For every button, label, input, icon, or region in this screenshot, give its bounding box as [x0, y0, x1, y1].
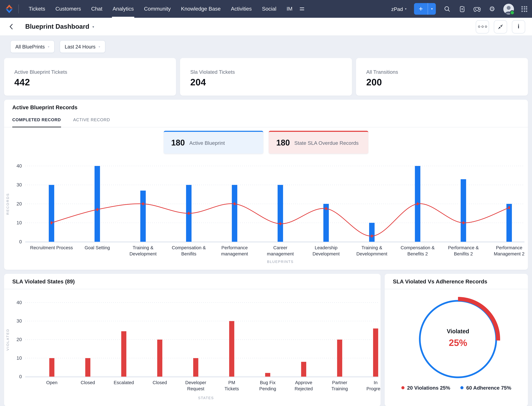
- svg-text:Careermanagement: Careermanagement: [267, 245, 294, 256]
- tab-active-record[interactable]: ACTIVE RECORD: [73, 117, 110, 127]
- nav-item-analytics[interactable]: Analytics: [113, 0, 134, 18]
- stat-label: State SLA Overdue Records: [294, 140, 358, 146]
- app-launcher-icon[interactable]: [521, 6, 527, 12]
- kpi-value: 204: [190, 77, 342, 88]
- department-label: zPad: [391, 6, 403, 12]
- states-panel-title: SLA Violated States (89): [4, 274, 381, 289]
- filter-label: Last 24 Hours: [65, 44, 96, 49]
- records-tabs: COMPLETED RECORDACTIVE RECORD: [4, 117, 528, 127]
- svg-text:30: 30: [16, 182, 22, 188]
- svg-text:25%: 25%: [449, 338, 467, 348]
- back-button[interactable]: [9, 23, 16, 30]
- tab-completed-record[interactable]: COMPLETED RECORD: [12, 117, 61, 127]
- svg-text:ApproveRejected: ApproveRejected: [295, 380, 313, 391]
- svg-text:0: 0: [19, 239, 22, 244]
- legend-item-20-violations-25[interactable]: 20 Violations 25%: [401, 385, 450, 391]
- violated-vs-adherence-donut[interactable]: Violated25%: [385, 289, 528, 384]
- legend-item-60-adherence-75[interactable]: 60 Adherence 75%: [461, 385, 511, 391]
- filter-bar: All BluePrints▾Last 24 Hours▾: [0, 36, 532, 57]
- svg-text:Violated: Violated: [447, 328, 469, 334]
- svg-text:BLUEPRINTS: BLUEPRINTS: [267, 260, 294, 264]
- app-root: TicketsCustomersChatAnalyticsCommunityKn…: [0, 0, 532, 406]
- nav-item-knowledge-base[interactable]: Knowledge Base: [181, 0, 221, 18]
- plus-icon[interactable]: +: [414, 3, 428, 15]
- nav-divider: [18, 4, 19, 13]
- nav-item-activities[interactable]: Activities: [231, 0, 252, 18]
- stat-label: Active Blueprint: [189, 140, 225, 146]
- kpi-card-active-blueprint-tickets[interactable]: Active Blueprint Tickets442: [4, 58, 176, 96]
- nav-item-tickets[interactable]: Tickets: [29, 0, 45, 18]
- svg-text:20: 20: [16, 337, 22, 342]
- filter-all-blueprints[interactable]: All BluePrints▾: [10, 40, 55, 53]
- search-icon[interactable]: [443, 5, 451, 13]
- nav-item-community[interactable]: Community: [144, 0, 171, 18]
- svg-text:Recruitment Process: Recruitment Process: [30, 245, 73, 250]
- svg-text:40: 40: [16, 300, 22, 305]
- user-avatar[interactable]: [503, 4, 514, 14]
- donut-legend: 20 Violations 25%60 Adherence 75%: [385, 385, 528, 391]
- svg-text:Compensation &Benifits: Compensation &Benifits: [172, 245, 206, 256]
- svg-text:Training &Developmment: Training &Developmment: [356, 245, 387, 256]
- gamescope-icon[interactable]: [473, 5, 481, 13]
- app-logo-icon[interactable]: [5, 4, 14, 14]
- kpi-value: 200: [366, 77, 518, 88]
- kpi-card-all-transitions[interactable]: All Transitions200: [356, 58, 528, 96]
- kpi-label: All Transitions: [366, 69, 518, 75]
- chevron-down-icon: ▾: [48, 45, 49, 48]
- more-options-button[interactable]: [476, 20, 489, 33]
- department-selector[interactable]: zPad ▾: [391, 6, 406, 12]
- stat-box-state-sla-overdue-records[interactable]: 180State SLA Overdue Records: [269, 131, 368, 154]
- nav-item-customers[interactable]: Customers: [56, 0, 81, 18]
- sla-violated-states-panel: SLA Violated States (89) 010203040VIOLAT…: [4, 274, 381, 406]
- records-panel-title: Active Blueprint Records: [4, 100, 528, 111]
- svg-text:VIOLATED: VIOLATED: [6, 328, 10, 351]
- page-title: Blueprint Dashboard: [25, 23, 89, 30]
- kpi-label: Sla Violated Tickets: [190, 69, 342, 75]
- svg-text:Performancemanagement: Performancemanagement: [221, 245, 248, 256]
- add-record-button[interactable]: + ▾: [414, 3, 436, 15]
- svg-text:PartnerTraining: PartnerTraining: [331, 380, 348, 391]
- nav-item-im[interactable]: IM: [287, 0, 293, 18]
- filter-last-24-hours[interactable]: Last 24 Hours▾: [60, 40, 105, 53]
- nav-item-chat[interactable]: Chat: [91, 0, 102, 18]
- bottom-row: SLA Violated States (89) 010203040VIOLAT…: [4, 274, 528, 406]
- settings-gear-icon[interactable]: ⚙: [488, 5, 496, 13]
- svg-text:Bug FixPending: Bug FixPending: [259, 380, 276, 391]
- svg-text:LeadershipDevelopment: LeadershipDevelopment: [313, 245, 340, 256]
- violated-vs-adherence-panel: SLA Violated Vs Adherence Records Violat…: [385, 274, 528, 406]
- filter-label: All BluePrints: [15, 44, 45, 49]
- kpi-label: Active Blueprint Tickets: [14, 69, 166, 75]
- nav-item-social[interactable]: Social: [262, 0, 276, 18]
- nav-menu: TicketsCustomersChatAnalyticsCommunityKn…: [23, 0, 298, 18]
- svg-text:PMTickets: PMTickets: [224, 380, 239, 391]
- sla-violated-states-chart[interactable]: 010203040VIOLATEDOpenClosedEscalatedClos…: [4, 291, 381, 404]
- info-button[interactable]: i: [512, 20, 525, 33]
- chevron-down-icon: ▾: [405, 7, 406, 11]
- kpi-row: Active Blueprint Tickets442Sla Violated …: [4, 58, 528, 96]
- stat-box-active-blueprint[interactable]: 180Active Blueprint: [164, 131, 263, 154]
- legend-dot-icon: [461, 386, 463, 389]
- svg-text:STATES: STATES: [198, 396, 214, 400]
- chevron-down-icon: ▾: [98, 45, 100, 48]
- legend-text: 20 Violations 25%: [407, 385, 450, 391]
- records-panel: Active Blueprint Records COMPLETED RECOR…: [4, 100, 528, 270]
- svg-text:Open: Open: [46, 380, 57, 385]
- svg-text:RECORDS: RECORDS: [6, 193, 10, 215]
- nav-right: zPad ▾ + ▾: [391, 3, 527, 15]
- legend-text: 60 Adherence 75%: [466, 385, 511, 391]
- legend-dot-icon: [401, 386, 404, 389]
- title-dropdown-icon[interactable]: ▾: [92, 25, 94, 29]
- more-menus-icon[interactable]: [300, 7, 304, 10]
- blueprint-records-chart[interactable]: 010203040RECORDSRecruitment ProcessGoal …: [4, 160, 528, 267]
- collapse-button[interactable]: [494, 20, 507, 33]
- svg-text:Training &Development: Training &Development: [129, 245, 157, 256]
- online-status-dot: [510, 10, 515, 15]
- svg-text:20: 20: [16, 201, 22, 206]
- svg-text:InProgress: InProgress: [366, 380, 381, 391]
- svg-text:DeveloperRequest: DeveloperRequest: [185, 380, 206, 391]
- stat-value: 180: [276, 138, 290, 147]
- kpi-card-sla-violated-tickets[interactable]: Sla Violated Tickets204: [180, 58, 352, 96]
- add-dropdown-arrow[interactable]: ▾: [428, 3, 436, 15]
- header-actions: i: [476, 20, 525, 33]
- feeds-icon[interactable]: [458, 5, 466, 13]
